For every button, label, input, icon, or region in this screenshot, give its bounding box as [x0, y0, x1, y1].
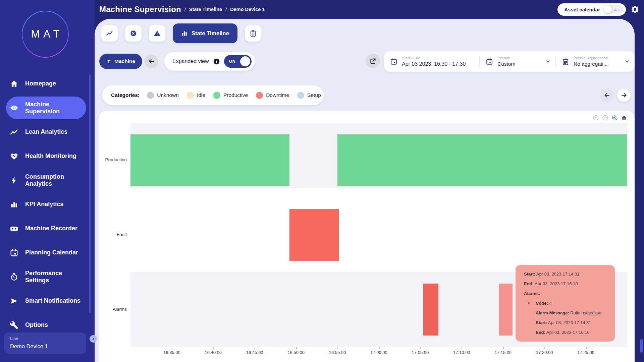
- legend-dot: [256, 92, 263, 99]
- timeline-bar-production[interactable]: [337, 134, 627, 186]
- tab-chart-line[interactable]: [101, 25, 118, 42]
- header-actions: Asset calendar OFF: [557, 0, 639, 19]
- timeline-bar-production[interactable]: [130, 134, 289, 186]
- aggregation-select[interactable]: Interval Aggregation No aggregati...: [556, 51, 635, 72]
- sidebar-item-smart-notifications[interactable]: Smart Notifications: [0, 289, 95, 313]
- row-label-alarms: Alarms: [99, 307, 127, 312]
- sidebar-item-homepage[interactable]: Homepage: [0, 72, 95, 96]
- interval-label: Interval: [497, 56, 515, 60]
- tab-state-timeline[interactable]: State Timeline: [173, 23, 237, 43]
- toggle-state-label: OFF: [614, 8, 621, 11]
- tooltip-line: End: Apr 03, 2023 17:16:10: [524, 330, 611, 335]
- expanded-view-label: Expanded view: [172, 58, 209, 64]
- sidebar-item-label: Consumption Analytics: [25, 173, 83, 187]
- legend-item-idle: Idle: [187, 92, 205, 99]
- machine-filter-button[interactable]: Machine: [99, 54, 142, 69]
- pan-left-button[interactable]: [600, 88, 613, 102]
- sidebar-item-planning-calendar[interactable]: Planning Calendar: [0, 241, 95, 265]
- sidebar-item-machine-supervision[interactable]: Machine Supervision: [0, 96, 95, 120]
- sidebar-scrollbar[interactable]: [89, 74, 91, 313]
- tab-warning-triangle[interactable]: [149, 25, 165, 42]
- x-axis-tick-label: 16:35:00: [158, 350, 185, 355]
- timeline-bar-fault[interactable]: [289, 209, 339, 261]
- arrow-left-icon: [148, 58, 155, 65]
- legend-label: Setup: [307, 92, 321, 98]
- tab-label: State Timeline: [192, 30, 229, 37]
- breadcrumb-separator: /: [225, 7, 227, 12]
- start-end-picker[interactable]: Start - End Apr 03 2023, 16:30 - 17:30: [384, 51, 479, 72]
- settings-gear-icon[interactable]: [631, 5, 639, 14]
- legend-item-downtime: Downtime: [256, 92, 289, 99]
- sidebar-item-consumption-analytics[interactable]: Consumption Analytics: [0, 168, 95, 192]
- expanded-view-control: Expanded view ON: [164, 52, 255, 71]
- calendar-icon: [486, 58, 493, 65]
- warning-triangle-icon: [154, 30, 161, 37]
- sidebar-item-kpi-analytics[interactable]: KPI Analytics: [0, 192, 95, 217]
- expanded-view-toggle[interactable]: ON: [224, 55, 252, 68]
- interval-select[interactable]: Interval Custom: [480, 51, 555, 72]
- page-scrollbar-thumb[interactable]: [640, 339, 643, 353]
- x-axis-tick-label: 17:05:00: [407, 350, 434, 355]
- magnifier-icon[interactable]: [611, 115, 618, 121]
- asset-calendar-control[interactable]: Asset calendar OFF: [557, 3, 626, 16]
- info-icon[interactable]: [213, 58, 220, 65]
- legend-label: Idle: [197, 92, 205, 98]
- clipboard-icon: [562, 58, 569, 65]
- bolt-icon: [10, 176, 18, 185]
- zoom-out-icon[interactable]: [602, 115, 608, 121]
- tab-circle-x[interactable]: [125, 25, 142, 42]
- bar-chart-icon: [181, 30, 188, 37]
- tab-clipboard[interactable]: [245, 25, 261, 42]
- zoom-in-icon[interactable]: [593, 115, 599, 121]
- categories-legend: Categories: UnknownIdleProductiveDowntim…: [102, 85, 324, 105]
- back-button[interactable]: [144, 54, 158, 68]
- sidebar-item-performance-settings[interactable]: Performance Settings: [0, 265, 95, 289]
- trend-icon: [10, 128, 18, 136]
- toggle-knob: [240, 56, 250, 66]
- legend-dot: [187, 92, 194, 99]
- asset-calendar-label: Asset calendar: [564, 7, 600, 12]
- sidebar-item-lean-analytics[interactable]: Lean Analytics: [0, 120, 95, 144]
- x-axis-tick: [420, 347, 421, 349]
- timeline-bar-alarms[interactable]: [499, 284, 513, 336]
- legend-title: Categories:: [111, 92, 140, 98]
- sidebar-item-label: Lean Analytics: [25, 128, 67, 135]
- toggle-on-label: ON: [229, 59, 236, 64]
- tooltip-line: •Code: 4: [524, 301, 611, 306]
- external-link-icon: [370, 58, 376, 64]
- timeline-bar-alarms[interactable]: [423, 284, 438, 336]
- line-label: Line: [10, 336, 18, 341]
- sidebar-nav: HomepageMachine SupervisionLean Analytic…: [0, 72, 95, 337]
- asset-calendar-toggle[interactable]: OFF: [604, 5, 623, 13]
- sidebar-item-label: KPI Analytics: [25, 201, 63, 208]
- sidebar-item-label: Options: [25, 321, 48, 328]
- sidebar-collapse-button[interactable]: [90, 335, 97, 343]
- tooltip-line: Start: Apr 03, 2023 17:14:31: [524, 320, 611, 325]
- tooltip-field-value: Apr 03, 2023 17:14:31: [548, 320, 591, 325]
- row-label-production: Production: [99, 157, 127, 162]
- heart-icon: [10, 152, 18, 161]
- tooltip-field-value: Rullo ostacolato: [570, 310, 601, 315]
- x-axis-tick: [213, 347, 214, 349]
- breadcrumb-state-timeline[interactable]: State Timeline: [189, 7, 222, 12]
- bars-icon: [10, 200, 18, 209]
- x-axis-tick: [296, 347, 297, 349]
- breadcrumb: Machine Supervision / State Timeline / D…: [99, 0, 265, 19]
- breadcrumb-device[interactable]: Demo Device 1: [230, 7, 265, 12]
- open-external-button[interactable]: [366, 54, 380, 68]
- tooltip-line: Alarms:: [524, 291, 611, 296]
- pan-right-button[interactable]: [617, 88, 631, 102]
- sidebar-item-health-monitoring[interactable]: Health Monitoring: [0, 144, 95, 168]
- house-icon[interactable]: [621, 115, 627, 121]
- x-axis-tick: [379, 347, 380, 349]
- sidebar-item-machine-recorder[interactable]: Machine Recorder: [0, 217, 95, 241]
- state-timeline-chart: Start: Apr 03, 2023 17:14:31End: Apr 03,…: [99, 111, 635, 362]
- x-axis-tick-label: 17:25:00: [573, 350, 599, 355]
- calendar-icon: [390, 58, 397, 65]
- sidebar-item-label: Machine Supervision: [25, 101, 83, 115]
- arrow-right-icon: [621, 92, 627, 99]
- eye-icon: [10, 104, 18, 112]
- device-card[interactable]: Line Demo Device 1: [4, 333, 86, 354]
- legend-item-setup: Setup: [297, 92, 321, 99]
- x-axis-tick: [462, 347, 462, 349]
